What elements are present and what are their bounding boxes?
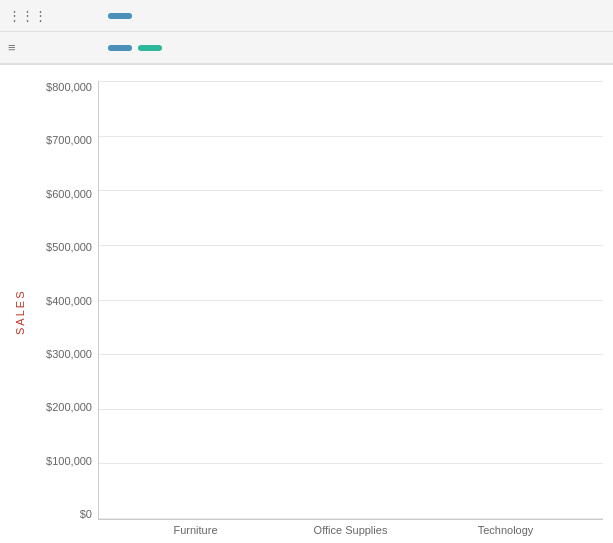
y-tick: $800,000	[46, 81, 92, 93]
x-axis-labels: FurnitureOffice SuppliesTechnology	[98, 520, 603, 543]
chart-area: SALES $800,000$700,000$600,000$500,000$4…	[10, 81, 603, 543]
columns-row: ⋮⋮⋮	[0, 0, 613, 32]
columns-icon: ⋮⋮⋮	[8, 8, 47, 23]
y-axis: $800,000$700,000$600,000$500,000$400,000…	[26, 81, 98, 543]
sum-sales-pill[interactable]	[138, 45, 162, 51]
y-tick: $0	[80, 508, 92, 520]
y-axis-label: SALES	[10, 81, 26, 543]
rows-icon: ≡	[8, 40, 16, 55]
y-tick: $300,000	[46, 348, 92, 360]
chart-container: SALES $800,000$700,000$600,000$500,000$4…	[0, 65, 613, 543]
rows-label: ≡	[8, 40, 108, 55]
category-pill[interactable]	[108, 13, 132, 19]
chart-plot: FurnitureOffice SuppliesTechnology	[98, 81, 603, 543]
y-tick: $200,000	[46, 401, 92, 413]
x-label: Technology	[466, 524, 546, 543]
y-tick: $100,000	[46, 455, 92, 467]
y-tick: $700,000	[46, 134, 92, 146]
rows-row: ≡	[0, 32, 613, 64]
bars-area	[98, 81, 603, 520]
rotated-sales-label-pill[interactable]	[108, 45, 132, 51]
columns-label: ⋮⋮⋮	[8, 8, 108, 23]
bars-row	[99, 81, 603, 519]
y-tick: $500,000	[46, 241, 92, 253]
x-label: Furniture	[156, 524, 236, 543]
y-tick: $600,000	[46, 188, 92, 200]
y-tick: $400,000	[46, 295, 92, 307]
x-label: Office Supplies	[311, 524, 391, 543]
